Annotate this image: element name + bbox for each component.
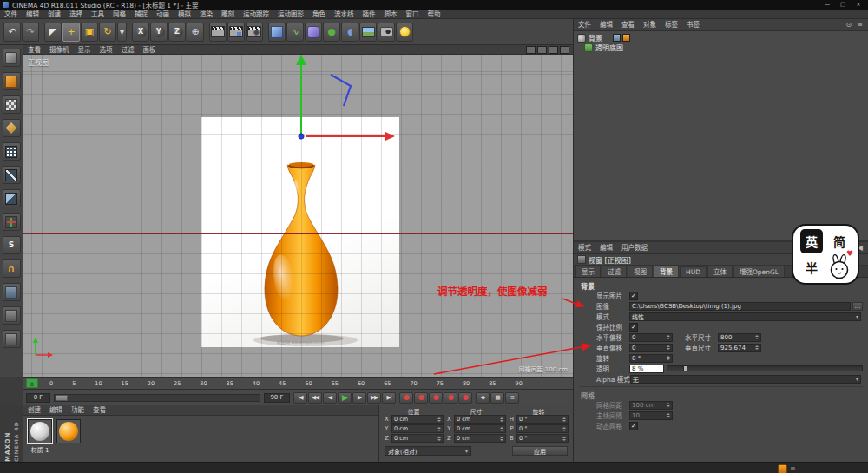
goto-end-button[interactable]: ▶| [382,392,396,404]
model-mode-button[interactable] [3,72,21,90]
coordinate-field[interactable]: 0 ° [516,424,569,433]
next-frame-button[interactable]: ▶ [352,392,366,404]
maximize-button[interactable]: □ [836,1,850,9]
image-path-field[interactable]: C:\Users\GCSB\Desktop\timg (1).jpg [629,302,851,311]
material-thumbnail[interactable] [28,419,52,443]
menu-item[interactable]: 插件 [358,10,380,19]
add-spline-button[interactable]: ∿ [286,23,304,42]
enable-axis-button[interactable] [3,213,21,231]
material-item[interactable] [56,419,82,454]
render-settings-button[interactable] [246,23,263,42]
search-icon[interactable]: ⊙ [844,21,855,29]
object-manager-menu-item[interactable]: 书签 [682,20,704,30]
v-size-field[interactable]: 925.674 [718,344,761,352]
add-light-button[interactable] [396,23,413,42]
minimize-button[interactable]: — [820,1,834,9]
material-thumbnail[interactable] [56,419,81,443]
toolbar-button[interactable] [40,23,43,42]
menu-item[interactable]: 捕捉 [130,10,152,19]
enable-snap-button[interactable]: ∩ [3,259,21,278]
grid-interval-field[interactable]: 10 [629,411,673,420]
menu-item[interactable]: 文件 [0,10,22,19]
menu-item[interactable]: 编辑 [22,10,43,19]
status-badge-icon[interactable] [778,464,787,473]
menu-item[interactable]: 工具 [87,10,108,19]
v-offset-field[interactable]: 0 [629,344,673,352]
display-tag-icon[interactable] [613,34,621,42]
object-row-backdrop[interactable]: 透明底图 [574,43,868,52]
coordinate-field[interactable]: 0 cm [454,415,506,424]
object-manager-menu-item[interactable]: 标签 [661,20,682,30]
browse-button[interactable]: … [852,302,863,311]
object-row-background[interactable]: 背景 [574,33,868,43]
attribute-menu-item[interactable]: 用户数据 [617,243,652,253]
attribute-tab[interactable]: HUD [680,266,707,277]
attribute-tab[interactable]: 过滤 [602,265,627,277]
h-offset-field[interactable]: 0 [629,333,673,342]
menu-item[interactable]: 网格 [108,10,130,19]
status-menu-icon[interactable]: ≡ [790,464,796,472]
coordinate-field[interactable]: 0 ° [516,415,569,424]
workplane-lock-button[interactable] [3,283,21,301]
prev-frame-button[interactable]: ◀ [323,392,337,404]
viewport-layout-icon[interactable] [560,46,569,54]
autokey-button[interactable]: ● [414,392,428,404]
undo-button[interactable]: ↶ [3,23,21,42]
apply-button[interactable]: 应用 [512,446,568,456]
transparency-slider[interactable] [667,365,863,371]
quick-tools-button[interactable] [3,330,21,348]
lock-x-axis-button[interactable]: X [132,23,149,42]
add-camera-button[interactable] [378,23,395,42]
transparency-slider-handle[interactable] [683,365,687,371]
timeline-window-button[interactable]: ▦ [490,392,504,404]
toolbar-button[interactable] [264,23,267,42]
prev-key-button[interactable]: ◀◀ [308,392,322,404]
record-keyframe-button[interactable]: ● [399,392,413,404]
play-button[interactable]: ▶ [338,392,352,404]
menu-item[interactable]: 运动图形 [273,10,308,19]
frame-slider-handle[interactable] [56,395,68,401]
frame-slider[interactable] [54,394,260,402]
texture-tag-icon[interactable] [622,34,630,42]
keep-aspect-checkbox[interactable]: ✓ [629,323,638,332]
render-picture-viewer-button[interactable] [227,23,245,42]
polygons-mode-button[interactable] [3,189,21,207]
toolbar-button[interactable] [205,23,208,42]
menu-item[interactable]: 角色 [308,10,330,19]
menu-item[interactable]: 帮助 [424,10,445,19]
close-button[interactable]: × [852,1,865,9]
coordinate-mode-select[interactable]: 对象(相对)▾ [385,446,471,456]
live-selection-tool[interactable]: ◤ [44,23,62,42]
viewport-canvas[interactable]: 昵图网 www.nipic.com 正视图 网格间距 100 cm [23,55,573,377]
add-environment-button[interactable] [359,23,377,42]
add-subdivision-button[interactable] [305,23,322,42]
h-size-field[interactable]: 800 [718,333,761,342]
material-menu-item[interactable]: 编辑 [45,405,67,415]
add-mograph-button[interactable]: ● [323,23,340,42]
tool-history-button[interactable] [3,306,21,325]
viewport-menu-item[interactable]: 过滤 [117,45,139,55]
viewport-menu-item[interactable]: 摄像机 [45,45,74,55]
show-image-checkbox[interactable]: ✓ [629,292,638,300]
viewport-solo-button[interactable]: S [3,236,21,254]
mode-select[interactable]: 线性▾ [629,312,861,321]
coordinate-field[interactable]: 0 cm [391,424,444,433]
dynamic-grid-checkbox[interactable]: ✓ [629,422,638,430]
attribute-tab[interactable]: 增强OpenGL [733,265,785,277]
menu-item[interactable]: 窗口 [402,10,424,19]
toolbar-button[interactable] [128,23,131,42]
current-frame-marker[interactable]: 0 [26,378,38,388]
viewport-layout-icon[interactable] [526,46,536,54]
redo-button[interactable]: ↷ [22,23,39,42]
menu-item[interactable]: 选择 [65,10,87,19]
lock-y-axis-button[interactable]: Y [150,23,168,42]
attribute-menu-item[interactable]: 编辑 [595,243,617,253]
object-manager-menu-item[interactable]: 文件 [574,20,595,30]
record-rotation-button[interactable]: ● [458,392,472,404]
make-editable-button[interactable] [3,49,21,67]
material-menu-item[interactable]: 查看 [89,405,110,415]
next-key-button[interactable]: ▶▶ [367,392,381,404]
goto-start-button[interactable]: |◀ [293,392,307,404]
rotate-tool[interactable]: ↻ [99,23,116,42]
edges-mode-button[interactable] [3,166,21,184]
